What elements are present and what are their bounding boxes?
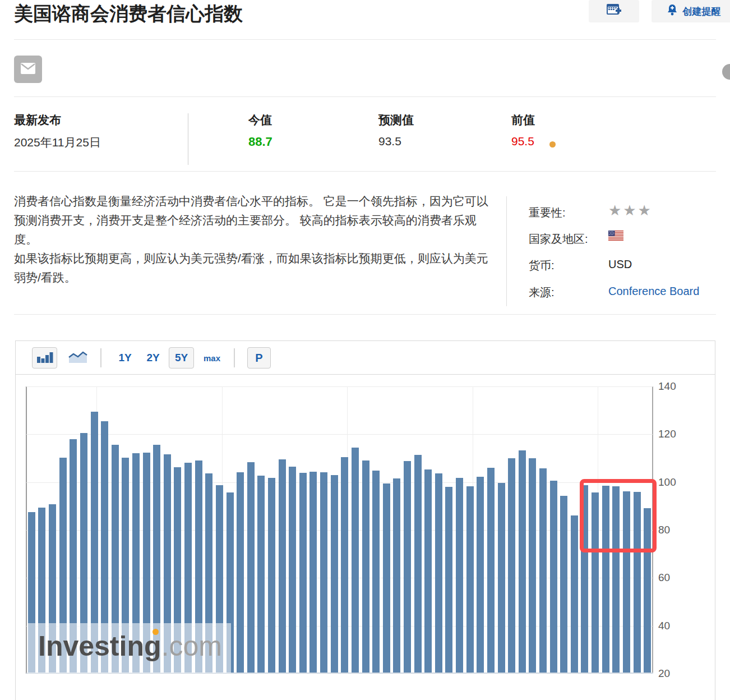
bar-2023-03 (309, 472, 317, 673)
us-flag-icon (608, 231, 623, 243)
bar-2025-01 (539, 468, 547, 673)
bell-icon (667, 4, 678, 19)
divider (234, 348, 235, 367)
line-chart-icon (68, 349, 88, 366)
side-action-button[interactable] (722, 64, 730, 80)
y-tick-label: 140 (658, 380, 676, 393)
previous-value: 95.5 (511, 135, 534, 148)
h-gridline (26, 578, 653, 578)
h-gridline (26, 434, 653, 435)
previous-label: 前值 (511, 112, 535, 128)
bar-2024-10 (508, 458, 515, 673)
description-paragraph-2: 如果该指标比预期更高，则应认为美元强势/看涨，而如果该指标比预期更低，则应认为美… (14, 249, 489, 287)
bar-2023-10 (383, 483, 390, 673)
source-link[interactable]: Conference Board (608, 285, 699, 298)
bar-2023-09 (372, 471, 380, 673)
latest-release-label: 最新发布 (14, 112, 61, 128)
revision-dot-icon (549, 141, 556, 148)
y-tick-label: 120 (658, 428, 676, 440)
bar-2024-05 (456, 478, 463, 673)
bar-2022-11 (268, 478, 275, 673)
bar-2024-06 (466, 486, 474, 673)
watermark-dot-icon (153, 629, 159, 635)
bar-2023-12 (404, 461, 411, 673)
divider (14, 314, 716, 315)
h-gridline (26, 386, 653, 387)
bar-2022-08 (237, 472, 244, 673)
bar-2024-01 (414, 455, 422, 673)
indicator-description: 消费者信心指数是衡量经济活动中消费者信心水平的指标。 它是一个领先指标，因为它可… (14, 192, 489, 287)
bar-2023-01 (289, 467, 296, 673)
chart-card: 1Y 2Y 5Y max P Investing.com 14012010080… (15, 340, 715, 700)
bar-2024-08 (487, 468, 495, 673)
highlight-rectangle (580, 479, 657, 552)
bar-2024-12 (529, 458, 536, 673)
importance-label: 重要性: (529, 205, 566, 220)
range-5y-button-selected[interactable]: 5Y (169, 347, 194, 369)
y-axis-labels: 14012010080604020 (658, 386, 692, 674)
bar-2024-11 (519, 450, 526, 673)
calendar-plus-icon (606, 2, 622, 20)
bar-2024-04 (445, 487, 452, 673)
divider (14, 96, 716, 97)
divider (188, 113, 188, 165)
divider (14, 39, 716, 40)
forecast-label: 预测值 (378, 112, 414, 128)
bar-2023-02 (299, 473, 307, 673)
importance-stars: ★★★ (608, 202, 653, 219)
bar-2024-03 (435, 473, 442, 673)
envelope-icon (21, 63, 35, 76)
bar-2023-04 (320, 472, 327, 673)
line-chart-type-button[interactable] (65, 347, 90, 369)
actual-label: 今值 (248, 112, 272, 128)
bar-2022-09 (247, 462, 255, 673)
country-label: 国家及地区: (529, 232, 588, 247)
chart-toolbar: 1Y 2Y 5Y max P (16, 341, 715, 375)
bar-2022-12 (279, 459, 286, 673)
watermark-text: Investing.com (38, 630, 222, 662)
latest-release-date: 2025年11月25日 (14, 135, 101, 150)
bar-2024-02 (424, 469, 432, 673)
bar-2023-11 (393, 478, 400, 673)
range-max-button[interactable]: max (198, 347, 225, 369)
bar-2025-03 (560, 496, 567, 673)
bar-chart-type-button[interactable] (32, 347, 57, 369)
bar-2024-09 (498, 483, 505, 673)
bar-2025-02 (550, 481, 557, 673)
divider (100, 348, 101, 367)
currency-value: USD (608, 258, 632, 271)
bar-chart-icon (36, 350, 53, 366)
source-label: 来源: (529, 285, 555, 300)
p-button[interactable]: P (247, 347, 271, 369)
chart-plot[interactable]: Investing.com (26, 386, 653, 674)
actual-value: 88.7 (248, 135, 272, 149)
h-gridline (26, 482, 653, 483)
watermark: Investing.com (27, 623, 231, 673)
bar-2025-04 (571, 515, 578, 673)
y-tick-label: 60 (658, 572, 670, 584)
bar-2023-07 (352, 448, 359, 673)
y-tick-label: 40 (658, 620, 670, 632)
range-2y-button[interactable]: 2Y (140, 347, 166, 369)
y-tick-label: 80 (658, 524, 670, 536)
create-alert-button[interactable]: 创建提醒 (652, 0, 730, 22)
y-tick-label: 100 (658, 476, 676, 489)
bar-2022-10 (257, 476, 265, 673)
bar-2024-07 (477, 477, 484, 673)
bar-2023-05 (331, 475, 338, 673)
create-alert-label: 创建提醒 (683, 5, 721, 18)
forecast-value: 93.5 (378, 135, 401, 148)
h-gridline (26, 530, 653, 531)
currency-label: 货币: (529, 258, 555, 273)
economic-indicator-page: 美国谘商会消费者信心指数 创建提醒 (0, 0, 730, 700)
divider (506, 196, 507, 306)
y-tick-label: 20 (658, 667, 670, 680)
bar-2023-08 (362, 460, 369, 673)
range-1y-button[interactable]: 1Y (112, 347, 138, 369)
page-title: 美国谘商会消费者信心指数 (14, 1, 243, 27)
description-paragraph-1: 消费者信心指数是衡量经济活动中消费者信心水平的指标。 它是一个领先指标，因为它可… (14, 192, 489, 249)
add-to-calendar-button[interactable] (589, 0, 639, 22)
divider (14, 171, 716, 172)
email-share-button[interactable] (14, 56, 42, 83)
bar-2023-06 (341, 457, 348, 673)
